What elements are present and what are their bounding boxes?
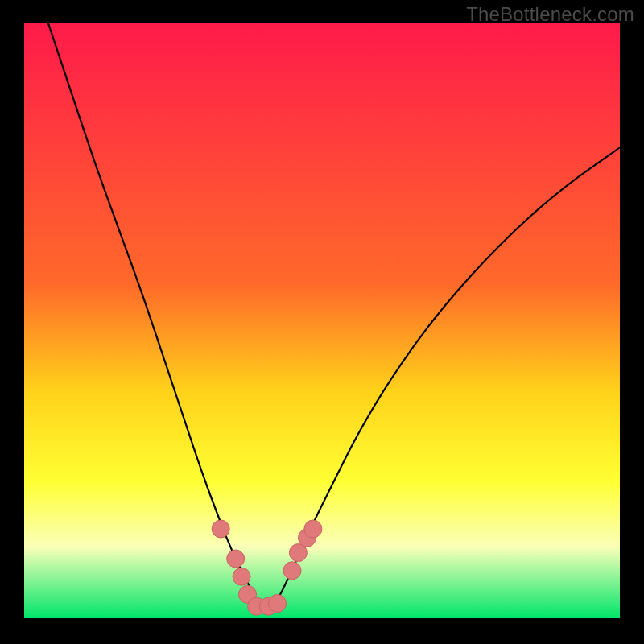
marker-point: [269, 595, 287, 613]
marker-point: [227, 550, 245, 568]
watermark-text: TheBottleneck.com: [466, 3, 634, 26]
bottleneck-curve-svg: [24, 23, 620, 618]
marker-point: [283, 562, 301, 580]
plot-outer: [24, 23, 620, 618]
marker-point: [233, 568, 250, 585]
marker-point: [304, 520, 322, 538]
marker-point: [212, 520, 229, 538]
plot-area: [24, 23, 620, 618]
